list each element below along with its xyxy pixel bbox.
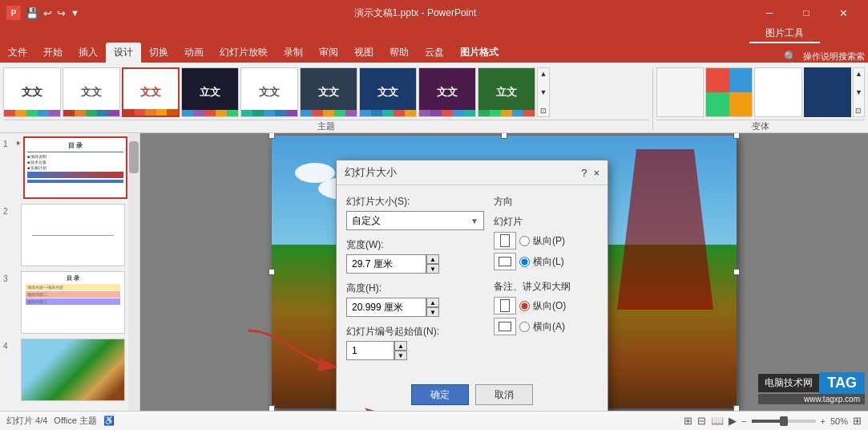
tab-design[interactable]: 设计 <box>106 43 141 63</box>
notes-landscape-label: 横向(A) <box>533 320 565 334</box>
variant-item-4[interactable] <box>804 67 851 117</box>
search-icon: 🔍 <box>781 51 800 63</box>
zoom-slider[interactable] <box>752 420 816 423</box>
search-input[interactable]: 操作说明搜索索 <box>800 51 868 63</box>
variant-scroll[interactable]: ▲ ▼ ⊡ <box>853 67 865 117</box>
start-num-label: 幻灯片编号起始值(N): <box>346 325 484 339</box>
undo-button[interactable]: ↩ <box>43 7 52 19</box>
slideshow-btn[interactable]: ▶ <box>729 415 737 427</box>
image-tools-label: 图片工具 <box>749 25 820 43</box>
watermark: 电脑技术网 TAG www.tagxp.com <box>758 372 865 404</box>
maximize-button[interactable]: □ <box>788 0 825 26</box>
theme-item-9[interactable]: 立文 <box>478 67 535 117</box>
theme-item-4[interactable]: 立文 <box>181 67 239 117</box>
notes-portrait-radio[interactable] <box>519 301 530 311</box>
theme-scroll-arrow[interactable]: ▲ ▼ ⊡ <box>537 67 550 117</box>
redo-button[interactable]: ↪ <box>57 7 66 19</box>
dialog-help-btn[interactable]: ? <box>581 167 587 179</box>
notes-landscape-radio[interactable] <box>519 322 530 332</box>
slide-count: 幻灯片 4/4 <box>6 415 47 427</box>
variant-item-1[interactable] <box>656 67 704 117</box>
tab-insert[interactable]: 插入 <box>71 43 106 63</box>
height-input[interactable] <box>346 298 426 317</box>
size-label: 幻灯片大小(S): <box>346 195 484 209</box>
themes-label: 主题 <box>3 120 649 132</box>
selection-handle-tc[interactable] <box>501 133 507 139</box>
selection-handle-bl[interactable] <box>268 405 275 411</box>
app-icon: P <box>6 6 21 20</box>
theme-item-1[interactable]: 文文 <box>3 67 61 117</box>
slide-canvas: 幻灯片大小 ? × 幻灯片大小(S): 自定义 <box>272 136 737 408</box>
variant-item-3[interactable] <box>754 67 801 117</box>
zoom-out-btn[interactable]: − <box>741 416 746 426</box>
cancel-button[interactable]: 取消 <box>475 384 533 405</box>
quick-save[interactable]: 💾 <box>26 7 38 19</box>
variants-label: 变体 <box>656 120 865 132</box>
slide-size-dialog: 幻灯片大小 ? × 幻灯片大小(S): 自定义 <box>336 160 608 411</box>
tab-cloud[interactable]: 云盘 <box>417 43 452 63</box>
tab-record[interactable]: 录制 <box>276 43 311 63</box>
height-spin-down[interactable]: ▼ <box>426 307 439 317</box>
zoom-in-btn[interactable]: + <box>821 416 826 426</box>
normal-view-btn[interactable]: ⊞ <box>684 415 692 427</box>
tab-help[interactable]: 帮助 <box>382 43 417 63</box>
theme-item-5[interactable]: 文文 <box>240 67 298 117</box>
slide-item-3[interactable]: 3 目 录 项目内容一项目内容 项目内容二 项目内容三 <box>3 271 125 334</box>
window-title: 演示文稿1.pptx - PowerPoint <box>79 6 751 20</box>
slide-direction-label: 幻灯片 <box>494 215 598 229</box>
fit-slide-btn[interactable]: ⊞ <box>853 415 862 427</box>
theme-item-2[interactable]: 文文 <box>63 67 120 117</box>
tab-view[interactable]: 视图 <box>346 43 382 63</box>
direction-title: 方向 <box>494 195 598 209</box>
size-select[interactable]: 自定义 ▼ <box>346 211 484 230</box>
dialog-close-btn[interactable]: × <box>593 167 600 179</box>
selection-handle-br[interactable] <box>733 405 740 411</box>
ok-button[interactable]: 确定 <box>411 384 469 405</box>
tab-animation[interactable]: 动画 <box>176 43 212 63</box>
slide-item-4[interactable]: 4 <box>3 339 125 401</box>
height-label: 高度(H): <box>346 282 484 295</box>
variant-item-2[interactable] <box>705 67 753 117</box>
slide-item-1[interactable]: 1 ★ 目 录 ■ 项目说明 ■ 技术方案 ■ 实施计划 <box>3 136 125 199</box>
minimize-button[interactable]: ─ <box>751 0 788 26</box>
tab-slideshow[interactable]: 幻灯片放映 <box>212 43 276 63</box>
tab-format-picture[interactable]: 图片格式 <box>452 43 507 63</box>
selection-handle-ml[interactable] <box>268 269 275 275</box>
theme-item-3[interactable]: 文文 <box>122 67 180 117</box>
accessibility-icon[interactable]: ♿ <box>103 416 115 426</box>
slide-landscape-radio[interactable] <box>519 257 530 267</box>
startnum-spin-down[interactable]: ▼ <box>394 351 407 360</box>
zoom-level[interactable]: 50% <box>830 416 848 426</box>
dialog-title: 幻灯片大小 <box>345 165 397 180</box>
slide-portrait-radio[interactable] <box>519 236 530 246</box>
tab-review[interactable]: 审阅 <box>311 43 346 63</box>
reading-view-btn[interactable]: 📖 <box>711 415 724 427</box>
startnum-spin-up[interactable]: ▲ <box>394 341 407 351</box>
theme-item-6[interactable]: 文文 <box>300 67 357 117</box>
start-num-input[interactable] <box>346 341 394 360</box>
tab-file[interactable]: 文件 <box>0 43 35 63</box>
selection-handle-tr[interactable] <box>733 133 740 139</box>
theme-item-7[interactable]: 文文 <box>359 67 417 117</box>
width-spin-down[interactable]: ▼ <box>426 264 439 274</box>
selection-handle-tl[interactable] <box>268 133 275 139</box>
close-button[interactable]: ✕ <box>825 0 862 26</box>
width-input[interactable] <box>346 254 426 274</box>
slide-portrait-label: 纵向(P) <box>533 234 565 248</box>
width-spin-up[interactable]: ▲ <box>426 254 439 264</box>
slide-item-2[interactable]: 2 <box>3 204 125 266</box>
customize-btn[interactable]: ▼ <box>71 8 79 18</box>
tab-start[interactable]: 开始 <box>35 43 71 63</box>
height-spin-up[interactable]: ▲ <box>426 298 439 307</box>
tab-transition[interactable]: 切换 <box>141 43 176 63</box>
notes-portrait-label: 纵向(O) <box>533 299 566 313</box>
theme-name: Office 主题 <box>54 415 97 427</box>
slide-landscape-label: 横向(L) <box>533 255 564 269</box>
width-label: 宽度(W): <box>346 238 484 252</box>
selection-handle-mr[interactable] <box>733 269 740 275</box>
notes-direction-label: 备注、讲义和大纲 <box>494 280 598 294</box>
theme-item-8[interactable]: 文文 <box>418 67 476 117</box>
slide-sorter-btn[interactable]: ⊟ <box>697 415 706 427</box>
